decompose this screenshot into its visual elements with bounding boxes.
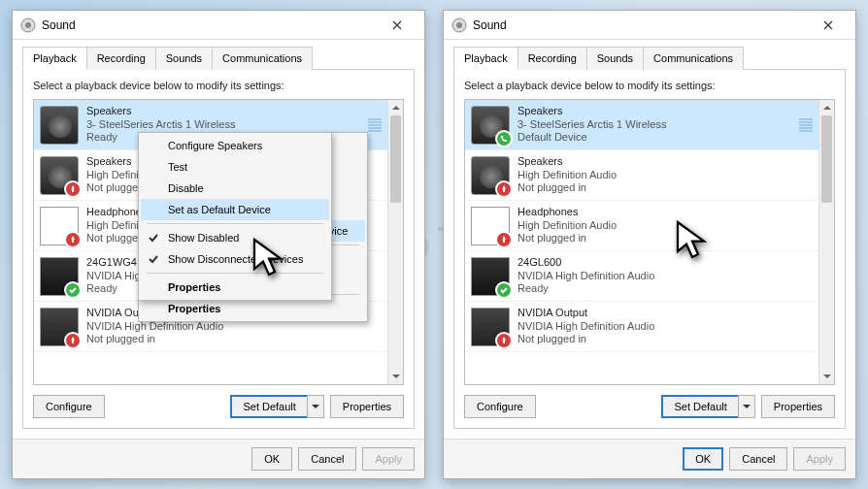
level-meter-icon (366, 118, 382, 132)
phone-badge-icon (495, 130, 513, 147)
menu-item-label: Disable (168, 182, 204, 194)
menu-item[interactable]: Properties (141, 298, 365, 319)
device-status: Not plugged in (517, 232, 813, 245)
cancel-button[interactable]: Cancel (298, 447, 356, 471)
tab-playback[interactable]: Playback (453, 47, 518, 70)
scroll-thumb[interactable] (821, 115, 832, 203)
scroll-down-icon[interactable] (388, 369, 403, 384)
checkmark-badge-icon (64, 281, 82, 299)
menu-item[interactable]: Properties (141, 277, 329, 298)
device-icon (40, 257, 79, 296)
level-meter-icon (797, 118, 813, 132)
device-name: Headphones (517, 206, 813, 219)
unplugged-badge-icon (64, 180, 82, 198)
device-item[interactable]: 24GL600NVIDIA High Definition AudioReady (465, 251, 818, 302)
device-status: Not plugged in (517, 181, 813, 195)
tab-communications[interactable]: Communications (643, 47, 744, 70)
device-item[interactable]: Speakers3- SteelSeries Arctis 1 Wireless… (465, 100, 818, 150)
device-item[interactable]: SpeakersHigh Definition AudioNot plugged… (465, 150, 818, 201)
menu-item[interactable]: Disable (141, 178, 329, 199)
set-default-button[interactable]: Set Default (230, 395, 306, 418)
set-default-split-button[interactable]: Set Default (230, 395, 323, 418)
chevron-down-icon[interactable] (307, 395, 324, 418)
close-button[interactable] (809, 12, 848, 39)
close-button[interactable] (378, 12, 417, 39)
window-title: Sound (473, 18, 809, 32)
device-name: Speakers (86, 105, 358, 118)
apply-button[interactable]: Apply (362, 447, 415, 471)
device-icon (471, 308, 510, 346)
device-name: NVIDIA Output (517, 307, 813, 320)
ok-button[interactable]: OK (683, 447, 723, 471)
scroll-up-icon[interactable] (819, 100, 834, 115)
menu-item[interactable]: Show Disabled (141, 227, 329, 248)
properties-button[interactable]: Properties (330, 395, 404, 418)
tab-recording[interactable]: Recording (86, 47, 156, 70)
device-status: Not plugged in (86, 333, 382, 346)
device-subtitle: NVIDIA High Definition Audio (517, 270, 813, 283)
scrollbar[interactable] (387, 100, 403, 384)
tabs: Playback Recording Sounds Communications (22, 46, 415, 70)
device-subtitle: High Definition Audio (517, 219, 813, 233)
device-item[interactable]: HeadphonesHigh Definition AudioNot plugg… (465, 201, 818, 251)
tabs: Playback Recording Sounds Communications (453, 46, 846, 70)
scroll-thumb[interactable] (390, 115, 401, 203)
tab-sounds[interactable]: Sounds (586, 47, 644, 70)
menu-item-label: Test (168, 161, 187, 173)
chevron-down-icon[interactable] (738, 395, 755, 418)
scroll-down-icon[interactable] (819, 369, 834, 384)
sound-dialog-right: Sound Playback Recording Sounds Communic… (443, 10, 856, 479)
device-list: Speakers3- SteelSeries Arctis 1 Wireless… (464, 99, 835, 385)
configure-button[interactable]: Configure (33, 395, 105, 418)
window-title: Sound (42, 18, 378, 32)
menu-item-label: Show Disconnected Devices (168, 253, 303, 265)
svg-point-1 (25, 22, 31, 28)
menu-item[interactable]: Test (141, 156, 329, 178)
cancel-button[interactable]: Cancel (729, 447, 787, 471)
device-icon (40, 106, 79, 145)
menu-separator (147, 273, 323, 274)
device-name: 24GL600 (517, 256, 813, 270)
device-subtitle: 3- SteelSeries Arctis 1 Wireless (517, 118, 789, 132)
unplugged-badge-icon (495, 180, 513, 198)
device-icon (471, 257, 510, 296)
set-default-split-button[interactable]: Set Default (661, 395, 754, 418)
configure-button[interactable]: Configure (464, 395, 536, 418)
tab-playback[interactable]: Playback (22, 47, 87, 70)
apply-button[interactable]: Apply (793, 447, 846, 471)
device-subtitle: High Definition Audio (517, 169, 813, 182)
titlebar: Sound (13, 11, 424, 40)
unplugged-badge-icon (495, 332, 513, 349)
menu-item[interactable]: Set as Default Device (141, 199, 329, 220)
checkmark-icon (147, 231, 160, 244)
menu-item-label: Set as Default Device (168, 204, 271, 215)
menu-separator (147, 223, 323, 224)
menu-item[interactable]: Show Disconnected Devices (141, 248, 329, 270)
scroll-up-icon[interactable] (388, 100, 403, 115)
scrollbar[interactable] (818, 100, 834, 384)
menu-item[interactable]: Configure Speakers (141, 135, 329, 156)
unplugged-badge-icon (495, 231, 513, 248)
device-status: Ready (517, 282, 813, 296)
tab-communications[interactable]: Communications (212, 47, 313, 70)
device-icon (471, 106, 510, 145)
device-item[interactable]: NVIDIA OutputNVIDIA High Definition Audi… (465, 302, 818, 352)
unplugged-badge-icon (64, 332, 82, 349)
device-icon (471, 156, 510, 195)
tab-sounds[interactable]: Sounds (155, 47, 213, 70)
ok-button[interactable]: OK (251, 447, 292, 471)
checkmark-icon (147, 252, 160, 266)
set-default-button[interactable]: Set Default (661, 395, 737, 418)
svg-point-6 (456, 22, 462, 28)
tab-recording[interactable]: Recording (517, 47, 587, 70)
menu-item-label: Properties (168, 303, 220, 314)
unplugged-badge-icon (64, 231, 82, 248)
context-menu: Configure SpeakersTestDisableSet as Defa… (138, 132, 332, 301)
instruction-text: Select a playback device below to modify… (464, 80, 835, 91)
sound-icon (20, 17, 36, 33)
device-subtitle: 3- SteelSeries Arctis 1 Wireless (86, 118, 358, 132)
menu-item-label: Configure Speakers (168, 140, 262, 151)
titlebar: Sound (444, 11, 855, 40)
properties-button[interactable]: Properties (761, 395, 835, 418)
menu-item-label: Show Disabled (168, 232, 239, 244)
